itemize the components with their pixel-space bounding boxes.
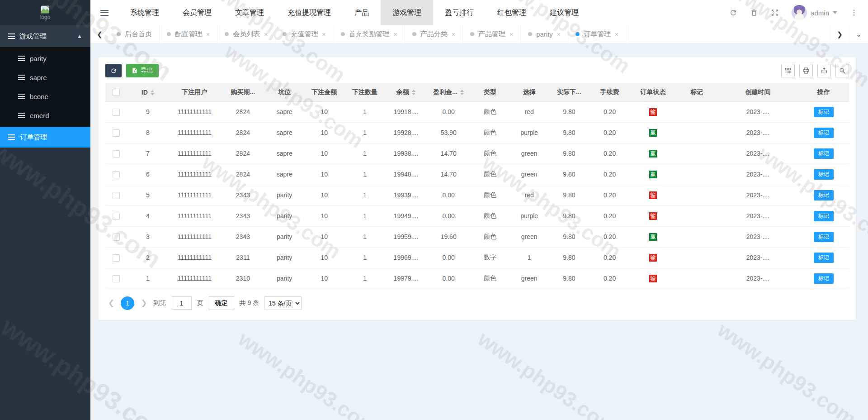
mark-button[interactable]: 标记 — [814, 232, 834, 242]
avatar[interactable] — [792, 5, 807, 20]
tab-item[interactable]: 首充奖励管理× — [334, 25, 405, 43]
tab-close-icon[interactable]: × — [206, 31, 210, 38]
nav-item[interactable]: 产品 — [343, 0, 381, 25]
nav-item[interactable]: 游戏管理 — [381, 0, 433, 25]
mark-button[interactable]: 标记 — [814, 148, 834, 159]
tab-item[interactable]: 订单管理× — [568, 25, 626, 43]
confirm-page-button[interactable]: 确定 — [209, 296, 234, 310]
tabs-scroll-right-button[interactable]: ❯ — [830, 25, 849, 43]
cell-slot: parity — [265, 226, 304, 247]
mark-button[interactable]: 标记 — [814, 273, 834, 284]
tab-dot-icon — [283, 32, 287, 36]
fullscreen-icon[interactable] — [771, 9, 779, 17]
list-icon — [18, 94, 25, 99]
row-checkbox[interactable] — [113, 213, 120, 220]
cell-profit: 53.90 — [427, 122, 471, 143]
cell-user: 11111111111 — [168, 143, 221, 164]
row-checkbox[interactable] — [113, 254, 120, 262]
mark-button[interactable]: 标记 — [814, 253, 834, 263]
row-checkbox[interactable] — [113, 129, 120, 137]
logo-label: logo — [40, 14, 51, 20]
prev-page-icon[interactable]: ❮ — [107, 298, 115, 308]
tabs-menu-button[interactable]: ⌄ — [849, 25, 868, 43]
tab-item[interactable]: 产品管理× — [463, 25, 521, 43]
column-label: 下注用户 — [182, 88, 207, 95]
mark-button[interactable]: 标记 — [814, 190, 834, 200]
cell-slot: parity — [265, 205, 304, 226]
cell-profit: 0.00 — [427, 247, 471, 268]
folder-export-icon — [821, 67, 828, 74]
sidebar-group-game-management[interactable]: 游戏管理 ▲ — [0, 25, 90, 47]
column-header[interactable]: ID — [127, 83, 168, 101]
tabs-scroll-left-button[interactable]: ❮ — [90, 25, 109, 43]
columns-filter-button[interactable] — [781, 64, 795, 77]
nav-item[interactable]: 会员管理 — [171, 0, 223, 25]
trash-icon[interactable] — [750, 9, 758, 17]
select-all-checkbox[interactable] — [113, 89, 120, 96]
refresh-icon[interactable] — [729, 9, 737, 17]
column-label: 坑位 — [278, 88, 291, 95]
tab-item[interactable]: 后台首页 — [109, 25, 160, 43]
nav-item[interactable]: 充值提现管理 — [276, 0, 343, 25]
sidebar-item[interactable]: sapre — [0, 68, 90, 87]
cell-created: 2023-.... — [717, 143, 798, 164]
tab-item[interactable]: 会员列表× — [217, 25, 275, 43]
export-button[interactable]: 导出 — [126, 64, 159, 77]
current-page-button[interactable]: 1 — [121, 296, 134, 310]
tab-item[interactable]: 产品分类× — [405, 25, 463, 43]
tab-item[interactable]: parity× — [521, 25, 568, 43]
cell-user: 11111111111 — [168, 268, 221, 289]
sort-icon[interactable] — [412, 90, 415, 95]
sidebar-item-order-management[interactable]: 订单管理 — [0, 127, 90, 148]
column-header[interactable]: 余额 — [385, 83, 427, 101]
tab-close-icon[interactable]: × — [452, 31, 455, 38]
row-checkbox[interactable] — [113, 109, 120, 116]
more-vertical-icon[interactable] — [850, 9, 858, 17]
page-number-input[interactable] — [172, 296, 192, 310]
search-button[interactable] — [835, 64, 849, 77]
row-checkbox[interactable] — [113, 192, 120, 199]
print-button[interactable] — [799, 64, 813, 77]
tab-close-icon[interactable]: × — [557, 31, 561, 38]
page-size-select[interactable]: 15 条/页 — [264, 296, 302, 310]
mark-button[interactable]: 标记 — [814, 128, 834, 138]
nav-item[interactable]: 文章管理 — [223, 0, 276, 25]
tab-close-icon[interactable]: × — [322, 31, 326, 38]
sidebar-item[interactable]: emerd — [0, 106, 90, 125]
export-data-button[interactable] — [817, 64, 831, 77]
next-page-icon[interactable]: ❯ — [140, 298, 148, 308]
cell-slot: parity — [265, 185, 304, 205]
row-checkbox[interactable] — [113, 150, 120, 158]
tab-close-icon[interactable]: × — [394, 31, 397, 38]
sidebar-item-label: 订单管理 — [20, 133, 47, 142]
tab-item[interactable]: 配置管理× — [160, 25, 217, 43]
user-menu[interactable]: admin — [792, 5, 837, 20]
refresh-button[interactable] — [105, 64, 122, 77]
row-checkbox[interactable] — [113, 275, 120, 282]
mark-button[interactable]: 标记 — [814, 211, 834, 221]
nav-item[interactable]: 系统管理 — [118, 0, 171, 25]
row-checkbox[interactable] — [113, 234, 120, 241]
nav-item[interactable]: 盈亏排行 — [433, 0, 486, 25]
cell-amount: 10 — [304, 247, 345, 268]
tab-close-icon[interactable]: × — [509, 31, 513, 38]
column-label: 类型 — [484, 88, 496, 95]
sidebar-toggle-button[interactable] — [90, 0, 118, 25]
column-label: 创建时间 — [745, 88, 770, 95]
cell-slot: parity — [265, 268, 304, 289]
nav-item[interactable]: 红包管理 — [486, 0, 538, 25]
tab-close-icon[interactable]: × — [615, 31, 618, 38]
sort-icon[interactable] — [151, 90, 154, 95]
tab-item[interactable]: 充值管理× — [275, 25, 333, 43]
column-header: 下注金额 — [304, 83, 345, 101]
cell-period: 2824 — [221, 122, 265, 143]
tab-close-icon[interactable]: × — [264, 31, 268, 38]
mark-button[interactable]: 标记 — [814, 169, 834, 180]
sidebar-item[interactable]: bcone — [0, 87, 90, 106]
sidebar-item[interactable]: parity — [0, 49, 90, 68]
sort-icon[interactable] — [460, 90, 464, 95]
row-checkbox[interactable] — [113, 171, 120, 178]
column-header[interactable]: 盈利金... — [427, 83, 471, 101]
mark-button[interactable]: 标记 — [814, 107, 834, 117]
nav-item[interactable]: 建议管理 — [538, 0, 590, 25]
